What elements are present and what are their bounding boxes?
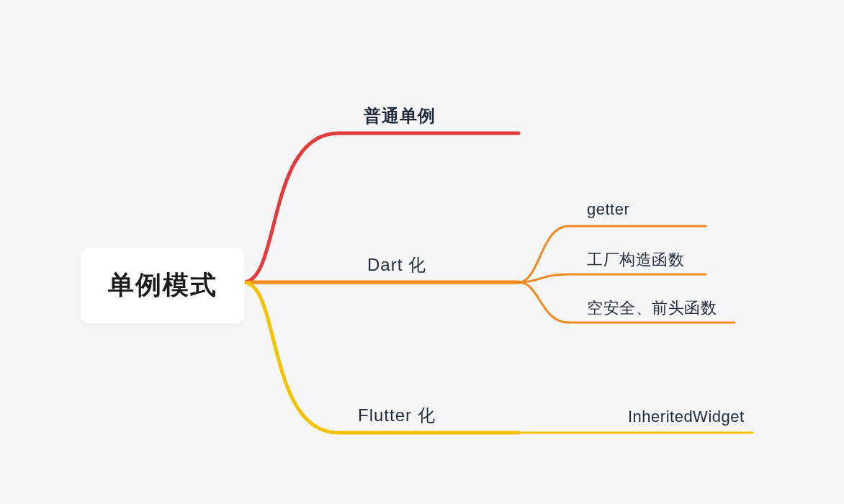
branch-label-1: Dart 化 — [367, 253, 426, 276]
leaf-label-flutter-0: InheritedWidget — [628, 408, 745, 426]
root-label: 单例模式 — [108, 270, 217, 300]
leaf-label-dart-1: 工厂构造函数 — [587, 249, 684, 271]
branch-label-2: Flutter 化 — [358, 404, 436, 427]
leaf-label-dart-0: getter — [587, 200, 629, 219]
leaf-label-dart-2: 空安全、前头函数 — [587, 297, 717, 319]
branch-label-0: 普通单例 — [364, 104, 436, 127]
root-node: 单例模式 — [81, 248, 245, 323]
